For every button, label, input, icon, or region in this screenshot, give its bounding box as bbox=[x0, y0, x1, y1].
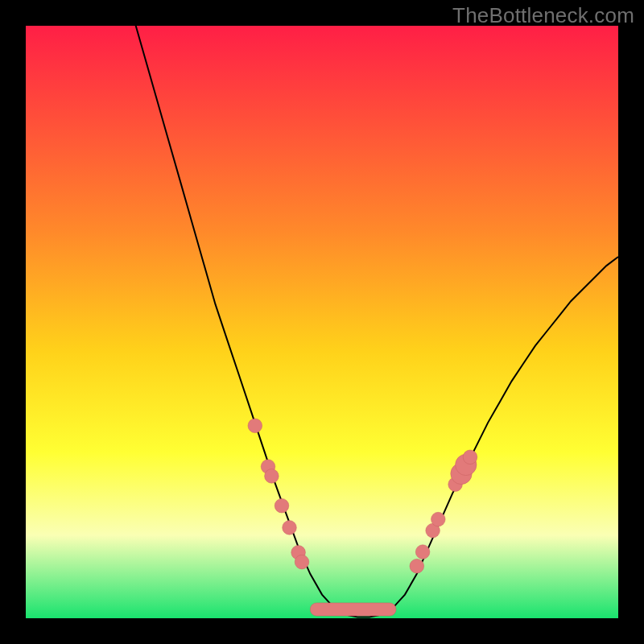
svg-rect-0 bbox=[310, 603, 396, 616]
svg-point-1 bbox=[248, 419, 262, 433]
gradient-background bbox=[26, 26, 618, 618]
chart-frame: TheBottleneck.com bbox=[0, 0, 644, 644]
svg-point-9 bbox=[415, 545, 430, 559]
plot-svg bbox=[26, 26, 618, 618]
watermark-text: TheBottleneck.com bbox=[452, 3, 634, 28]
svg-point-11 bbox=[431, 512, 446, 526]
plot-area bbox=[26, 26, 618, 618]
svg-point-7 bbox=[295, 555, 309, 569]
svg-point-8 bbox=[410, 559, 424, 573]
svg-point-15 bbox=[463, 450, 477, 464]
svg-point-3 bbox=[265, 469, 279, 484]
svg-point-4 bbox=[275, 498, 289, 513]
curve-base-strip bbox=[310, 603, 396, 616]
svg-point-5 bbox=[283, 521, 297, 535]
